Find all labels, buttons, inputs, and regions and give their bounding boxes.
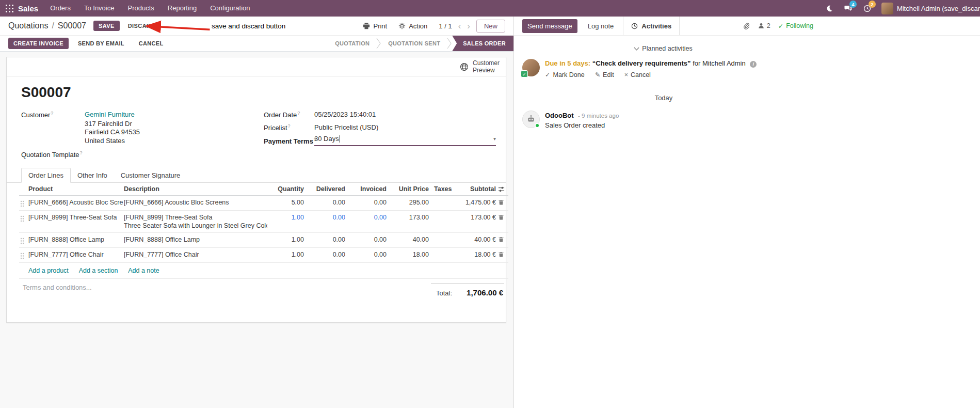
tab-other-info[interactable]: Other Info	[71, 168, 114, 182]
cell-invoiced[interactable]: 0.00	[346, 211, 388, 233]
apps-menu-icon[interactable]	[0, 5, 18, 12]
customer-address: 317 Fairchild Dr Fairfield CA 94535 Unit…	[85, 120, 140, 145]
customer-value[interactable]: Gemini Furniture	[85, 111, 135, 118]
cell-unit-price[interactable]: 40.00	[388, 233, 430, 248]
cell-description[interactable]: [FURN_7777] Office Chair	[123, 248, 267, 263]
add-section-link[interactable]: Add a section	[79, 267, 118, 274]
cell-product[interactable]: [FURN_8888] Office Lamp	[27, 233, 123, 248]
optional-columns-icon[interactable]	[497, 183, 508, 196]
print-button[interactable]: Print	[363, 22, 387, 30]
send-message-button[interactable]: Send message	[522, 19, 577, 33]
printer-icon	[363, 22, 370, 29]
tab-activities[interactable]: Activities	[623, 17, 680, 35]
order-line-row: [FURN_7777] Office Chair [FURN_7777] Off…	[19, 248, 508, 263]
cell-description[interactable]: [FURN_8999] Three-Seat SofaThree Seater …	[123, 211, 267, 233]
activity-item: ✓ Due in 5 days: “Check delivery require…	[522, 59, 805, 79]
drag-handle-icon[interactable]	[19, 196, 27, 211]
cell-invoiced[interactable]: 0.00	[346, 233, 388, 248]
notebook-tabs: Order Lines Other Info Customer Signatur…	[7, 168, 506, 183]
tab-customer-signature[interactable]: Customer Signature	[114, 168, 187, 182]
attachments-button[interactable]	[743, 22, 750, 29]
delete-line-icon[interactable]	[497, 233, 508, 248]
order-lines-table: Product Description Quantity Delivered I…	[19, 183, 508, 279]
cell-quantity[interactable]: 1.00	[267, 211, 305, 233]
action-button[interactable]: Action	[398, 22, 427, 30]
user-avatar[interactable]	[881, 3, 893, 14]
cell-taxes[interactable]	[430, 233, 451, 248]
following-button[interactable]: ✓ Following	[778, 22, 813, 30]
cell-description[interactable]: [FURN_6666] Acoustic Bloc Screens	[123, 196, 267, 211]
pager-next-icon[interactable]: ›	[464, 22, 473, 30]
total-label: Total:	[436, 289, 452, 297]
discard-button[interactable]: DISCARD	[124, 21, 159, 31]
cell-unit-price[interactable]: 173.00	[388, 211, 430, 233]
planned-activities-toggle[interactable]: Planned activities	[514, 45, 813, 52]
stage-sales-order[interactable]: SALES ORDER	[452, 36, 513, 51]
cell-invoiced[interactable]: 0.00	[346, 248, 388, 263]
create-invoice-button[interactable]: CREATE INVOICE	[8, 38, 69, 49]
cell-product[interactable]: [FURN_8999] Three-Seat Sofa	[27, 211, 123, 233]
drag-handle-icon[interactable]	[19, 211, 27, 233]
messages-icon[interactable]: 4	[839, 0, 858, 17]
moon-icon[interactable]	[820, 0, 839, 17]
menu-products[interactable]: Products	[121, 0, 160, 17]
cell-delivered[interactable]: 0.00	[305, 233, 346, 248]
log-note-button[interactable]: Log note	[585, 22, 617, 30]
chevron-right-icon	[376, 36, 381, 51]
send-by-email-button[interactable]: SEND BY EMAIL	[73, 38, 130, 49]
activities-clock-icon[interactable]: 2	[858, 0, 877, 17]
cell-invoiced[interactable]: 0.00	[346, 196, 388, 211]
activity-assignee: for Mitchell Admin	[693, 59, 746, 67]
dropdown-caret-icon[interactable]: ▾	[493, 136, 496, 142]
cell-quantity[interactable]: 5.00	[267, 196, 305, 211]
cell-unit-price[interactable]: 295.00	[388, 196, 430, 211]
drag-handle-icon[interactable]	[19, 233, 27, 248]
add-note-link[interactable]: Add a note	[128, 267, 159, 274]
cell-delivered[interactable]: 0.00	[305, 211, 346, 233]
drag-handle-icon[interactable]	[19, 248, 27, 263]
cell-product[interactable]: [FURN_6666] Acoustic Bloc Screens	[27, 196, 123, 211]
app-name[interactable]: Sales	[18, 4, 38, 13]
tab-order-lines[interactable]: Order Lines	[21, 168, 71, 183]
new-button[interactable]: New	[476, 20, 505, 33]
cell-product[interactable]: [FURN_7777] Office Chair	[27, 248, 123, 263]
cancel-activity-button[interactable]: ×Cancel	[624, 71, 651, 79]
pricelist-value[interactable]: Public Pricelist (USD)	[314, 123, 378, 131]
message-author[interactable]: OdooBot	[545, 112, 574, 119]
customer-preview-button[interactable]: Customer Preview	[460, 59, 500, 74]
menu-configuration[interactable]: Configuration	[203, 0, 256, 17]
cell-taxes[interactable]	[430, 196, 451, 211]
message-item: OdooBot - 9 minutes ago Sales Order crea…	[522, 111, 805, 129]
stage-quotation[interactable]: QUOTATION	[328, 36, 376, 51]
cancel-button[interactable]: CANCEL	[134, 38, 169, 49]
cell-quantity[interactable]: 1.00	[267, 233, 305, 248]
save-button[interactable]: SAVE	[93, 21, 120, 31]
edit-activity-button[interactable]: ✎Edit	[595, 71, 614, 79]
menu-reporting[interactable]: Reporting	[161, 0, 203, 17]
add-product-link[interactable]: Add a product	[28, 267, 69, 274]
menu-orders[interactable]: Orders	[43, 0, 77, 17]
cell-description[interactable]: [FURN_8888] Office Lamp	[123, 233, 267, 248]
cell-quantity[interactable]: 1.00	[267, 248, 305, 263]
terms-placeholder[interactable]: Terms and conditions...	[23, 284, 92, 291]
cell-taxes[interactable]	[430, 211, 451, 233]
stage-quotation-sent[interactable]: QUOTATION SENT	[381, 36, 447, 51]
payment-terms-input[interactable]: 30 Days ▾	[314, 135, 496, 146]
user-menu[interactable]: Mitchell Admin (save_discar	[897, 5, 980, 12]
delete-line-icon[interactable]	[497, 196, 508, 211]
delete-line-icon[interactable]	[497, 248, 508, 263]
col-quantity: Quantity	[267, 183, 305, 196]
delete-line-icon[interactable]	[497, 211, 508, 233]
order-date-value[interactable]: 05/25/2023 15:40:01	[314, 111, 376, 118]
cell-delivered[interactable]: 0.00	[305, 196, 346, 211]
breadcrumb-quotations[interactable]: Quotations	[8, 21, 48, 30]
info-icon[interactable]: i	[750, 61, 757, 68]
totals-box: Total: 1,706.00 €	[431, 283, 504, 297]
cell-delivered[interactable]: 0.00	[305, 248, 346, 263]
cell-taxes[interactable]	[430, 248, 451, 263]
menu-to-invoice[interactable]: To Invoice	[77, 0, 121, 17]
mark-done-button[interactable]: ✓Mark Done	[545, 71, 585, 79]
cell-unit-price[interactable]: 18.00	[388, 248, 430, 263]
pager-previous-icon[interactable]: ‹	[455, 22, 464, 30]
followers-button[interactable]: 2	[758, 22, 770, 29]
